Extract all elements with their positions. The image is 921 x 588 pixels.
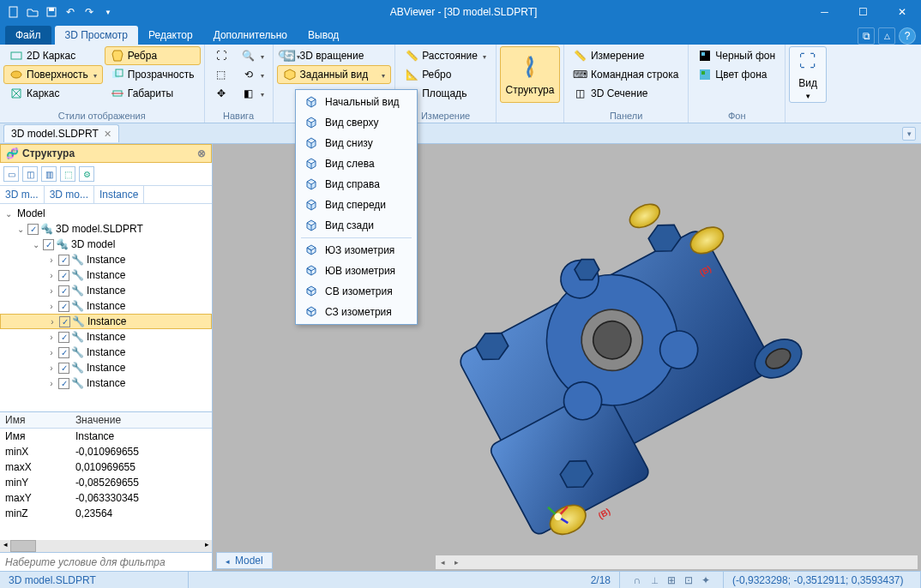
checkbox-icon[interactable]: ✓ <box>59 316 70 327</box>
checkbox-icon[interactable]: ✓ <box>58 270 69 281</box>
btn-dimensions[interactable]: Габариты <box>105 84 201 103</box>
tree-instance[interactable]: › ✓ 🔧 Instance <box>0 375 212 391</box>
viewport-scrollbar-h[interactable] <box>436 555 918 569</box>
btn-nav-2[interactable]: ⬚ <box>208 65 234 84</box>
btn-surface[interactable]: Поверхность <box>3 65 103 84</box>
btn-nav-5[interactable]: ⟲ <box>236 65 270 84</box>
tree-header-2[interactable]: 3D mo... <box>45 186 94 203</box>
checkbox-icon[interactable]: ✓ <box>27 224 39 235</box>
maximize-button[interactable]: ☐ <box>844 0 882 24</box>
menu-item[interactable]: ЮЗ изометрия <box>298 240 415 261</box>
props-scrollbar[interactable]: ◂▸ <box>0 540 212 552</box>
btn-2d-wireframe[interactable]: 2D Каркас <box>3 46 103 65</box>
tree-header-3[interactable]: Instance <box>94 186 144 203</box>
menu-item[interactable]: Вид спереди <box>298 195 415 215</box>
snap-icon-4[interactable]: ⊡ <box>682 573 695 587</box>
props-col-name[interactable]: Имя <box>0 412 70 429</box>
checkbox-icon[interactable]: ✓ <box>58 363 69 374</box>
minimize-button[interactable]: ─ <box>805 0 844 24</box>
btn-structure[interactable]: Структура <box>500 46 560 103</box>
tree-root[interactable]: ⌄ Model <box>0 206 212 221</box>
checkbox-icon[interactable]: ✓ <box>58 255 69 266</box>
btn-edge[interactable]: 📐Ребро <box>399 65 492 84</box>
expand-icon[interactable]: › <box>46 302 57 311</box>
close-tab-icon[interactable]: ✕ <box>104 129 111 140</box>
tree-model[interactable]: ⌄ ✓ 🔩 3D model <box>0 237 212 252</box>
expand-icon[interactable]: › <box>46 286 57 296</box>
tree-instance[interactable]: › ✓ 🔧 Instance <box>0 345 212 360</box>
btn-bg-color[interactable]: Цвет фона <box>692 65 781 84</box>
btn-panel-measure[interactable]: 📏Измерение <box>568 46 684 65</box>
tree-header-1[interactable]: 3D m... <box>0 186 45 203</box>
tool-1[interactable]: ▭ <box>3 166 19 182</box>
btn-panel-cmd[interactable]: ⌨Командная строка <box>568 65 684 84</box>
checkbox-icon[interactable]: ✓ <box>43 239 54 250</box>
redo-icon[interactable]: ↷ <box>81 3 98 21</box>
close-button[interactable]: ✕ <box>882 0 921 24</box>
undo-icon[interactable]: ↶ <box>62 3 79 21</box>
props-row[interactable]: minZ0,23564 <box>0 506 212 521</box>
btn-nav-4[interactable]: 🔍 <box>236 46 270 65</box>
props-col-value[interactable]: Значение <box>70 412 212 429</box>
expand-icon[interactable]: › <box>46 363 57 373</box>
tool-2[interactable]: ◫ <box>22 166 38 182</box>
checkbox-icon[interactable]: ✓ <box>58 347 69 358</box>
snap-icon-3[interactable]: ⊞ <box>665 573 678 587</box>
props-row[interactable]: minY-0,085269655 <box>0 475 212 490</box>
pin-icon[interactable]: ⊗ <box>197 147 206 159</box>
menu-item[interactable]: Вид слева <box>298 153 415 174</box>
viewport-tab[interactable]: ◂Model <box>216 552 273 569</box>
btn-view[interactable]: ⛶ Вид ▼ <box>789 46 827 103</box>
props-row[interactable]: maxY-0,063330345 <box>0 490 212 506</box>
btn-edges[interactable]: Ребра <box>105 46 201 65</box>
collapse-ribbon-icon[interactable]: △ <box>878 27 895 45</box>
btn-nav-1[interactable]: ⛶ <box>208 46 234 65</box>
expand-icon[interactable]: › <box>46 255 57 265</box>
qat-dropdown-icon[interactable]: ▼ <box>99 3 117 21</box>
save-icon[interactable] <box>43 3 60 21</box>
menu-item[interactable]: Вид снизу <box>298 133 415 153</box>
props-row[interactable]: ИмяInstance <box>0 429 212 445</box>
tree-instance[interactable]: › ✓ 🔧 Instance <box>0 360 212 375</box>
expand-tabs-icon[interactable]: ▾ <box>902 127 916 141</box>
tab-extra[interactable]: Дополнительно <box>203 26 298 45</box>
document-tab[interactable]: 3D model.SLDPRT ✕ <box>3 124 119 142</box>
btn-black-bg[interactable]: Черный фон <box>692 46 781 65</box>
collapse-icon[interactable]: ⌄ <box>31 240 41 249</box>
props-row[interactable]: minX-0,010969655 <box>0 444 212 459</box>
btn-panel-section[interactable]: ◫3D Сечение <box>568 84 684 103</box>
checkbox-icon[interactable]: ✓ <box>58 301 69 312</box>
tree-instance[interactable]: › ✓ 🔧 Instance <box>0 314 212 329</box>
menu-item[interactable]: СВ изометрия <box>298 281 415 302</box>
checkbox-icon[interactable]: ✓ <box>58 285 69 297</box>
tree-instance[interactable]: › ✓ 🔧 Instance <box>0 267 212 283</box>
tree-instance[interactable]: › ✓ 🔧 Instance <box>0 283 212 298</box>
filter-input[interactable] <box>0 553 212 571</box>
window-list-icon[interactable]: ⧉ <box>858 27 875 45</box>
expand-icon[interactable]: › <box>47 317 57 327</box>
menu-item[interactable]: Вид сзади <box>298 215 415 236</box>
tab-file[interactable]: Файл <box>5 26 51 45</box>
tree-file[interactable]: ⌄ ✓ 🔩 3D model.SLDPRT <box>0 221 212 237</box>
new-icon[interactable] <box>5 3 22 21</box>
btn-transparency[interactable]: Прозрачность <box>105 65 201 84</box>
structure-tree[interactable]: ⌄ Model ⌄ ✓ 🔩 3D model.SLDPRT ⌄ ✓ 🔩 3D m… <box>0 204 212 411</box>
expand-icon[interactable]: › <box>46 379 57 388</box>
collapse-icon[interactable]: ⌄ <box>3 209 14 219</box>
menu-item[interactable]: СЗ изометрия <box>298 302 415 322</box>
tab-3d-view[interactable]: 3D Просмотр <box>55 26 138 45</box>
menu-item[interactable]: Вид сверху <box>298 112 415 133</box>
snap-icon-5[interactable]: ✦ <box>699 573 713 587</box>
tool-5[interactable]: ⚙ <box>79 166 94 182</box>
btn-nav-3[interactable]: ✥ <box>208 84 234 103</box>
btn-preset-view[interactable]: Заданный вид <box>277 65 392 84</box>
checkbox-icon[interactable]: ✓ <box>58 378 69 389</box>
tool-4[interactable]: ⬚ <box>60 166 75 182</box>
expand-icon[interactable]: › <box>46 333 57 342</box>
tab-editor[interactable]: Редактор <box>138 26 203 45</box>
tree-instance[interactable]: › ✓ 🔧 Instance <box>0 329 212 345</box>
tree-instance[interactable]: › ✓ 🔧 Instance <box>0 252 212 267</box>
snap-icon-1[interactable]: ∩ <box>630 573 644 587</box>
btn-wireframe[interactable]: Каркас <box>3 84 103 103</box>
help-icon[interactable]: ? <box>899 27 916 45</box>
